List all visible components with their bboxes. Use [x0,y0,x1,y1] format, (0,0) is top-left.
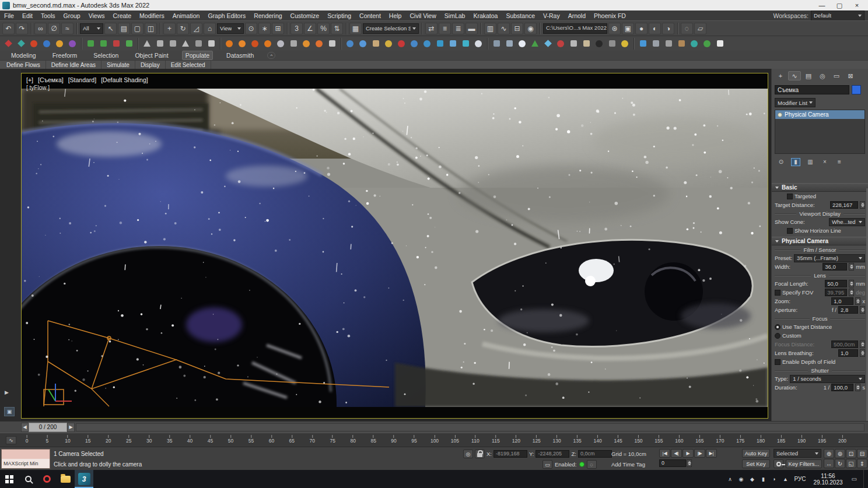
pin-stack-icon[interactable]: ⊙ [776,158,786,166]
spinner-snap-icon[interactable]: ⇅ [331,23,343,34]
reference-coordinate-dropdown[interactable]: View [217,23,244,34]
focus-distance-field[interactable]: 500,0cm [831,340,858,348]
tree-icon[interactable] [529,38,541,50]
timeline-tick[interactable]: 15 [85,435,90,444]
viewport-shading-menu[interactable]: [Default Shading] [101,76,148,83]
menu-item-krakatoa[interactable]: Krakatoa [469,10,502,20]
spinner[interactable] [687,459,692,467]
timeline-tick[interactable]: 155 [654,435,663,444]
adaptive-degradation-icon[interactable]: ▭ [542,460,552,469]
window-crossing-icon[interactable]: ◫ [145,23,157,34]
selection-filter-dropdown[interactable]: All [80,23,103,34]
timeline-tick[interactable]: 145 [614,435,622,444]
ribbon-tab-datasmith[interactable]: Datasmith [223,51,257,59]
curve-editor-icon[interactable]: ∿ [498,23,510,34]
use-pivot-center-icon[interactable]: ⊙ [245,23,257,34]
ribbon-button-display[interactable]: Display [135,61,166,69]
menu-item-modifiers[interactable]: Modifiers [135,10,169,20]
flame-icon[interactable] [262,38,274,50]
workspaces-dropdown[interactable]: Default [811,10,864,21]
timeline-tick[interactable]: 70 [310,435,315,444]
timeline-tick[interactable]: 140 [594,435,602,444]
pause-icon[interactable] [154,38,166,50]
language-indicator[interactable]: РУС [793,476,807,482]
use-target-distance-radio[interactable] [775,324,780,330]
align-icon[interactable]: ≡ [439,23,451,34]
list-icon[interactable] [568,38,579,50]
zoom-field[interactable]: 1,0 [831,297,853,305]
play-animation-icon[interactable]: ▶ [682,449,694,458]
menu-item-substance[interactable]: Substance [502,10,539,20]
ribbon-tab-object-paint[interactable]: Object Paint [132,51,171,59]
spinner[interactable] [860,349,865,357]
timeline-tick[interactable]: 170 [716,435,724,444]
edit-named-selection-sets-icon[interactable]: ▦ [349,23,362,34]
preset-dropdown[interactable]: 35mm (...Frame) [794,254,865,262]
timeline-tick[interactable]: 35 [167,435,172,444]
custom-focus-radio[interactable] [775,333,780,339]
orange-ball-icon[interactable] [300,38,312,50]
minimize-button[interactable]: — [813,0,831,10]
object-color-swatch[interactable] [852,85,861,94]
droplet-icon[interactable] [516,38,528,50]
timeline-tick[interactable]: 105 [451,435,459,444]
target-distance-field[interactable]: 228,167 [830,201,858,209]
zoom-region-icon[interactable]: ⊟ [857,449,867,458]
next-frame-icon[interactable]: |▶ [694,449,705,458]
select-and-manipulate-icon[interactable]: ∗ [258,23,271,34]
sun-icon[interactable] [54,38,65,50]
zoom-all-icon[interactable]: ⊛ [835,449,845,458]
modifier-stack[interactable]: Physical Camera [775,110,865,154]
yellow-ball-icon[interactable] [619,38,631,50]
undo-icon[interactable]: ↶ [2,23,15,34]
tyflow-icon[interactable] [2,38,14,50]
expand-panel-arrow-icon[interactable]: ▶ [5,389,9,395]
cup-icon[interactable] [370,38,382,50]
orbit-icon[interactable]: ↻ [835,459,845,468]
spinner[interactable] [849,280,854,287]
cow-icon[interactable] [676,38,687,50]
maxscript-listener-pane[interactable]: MAXScript Min [2,459,50,468]
open-mini-curve-editor-icon[interactable]: ∿ [6,436,16,444]
lens-breathing-field[interactable]: 1,0 [838,349,858,357]
select-and-place-icon[interactable]: ⌂ [204,23,216,34]
swirl-icon[interactable] [555,38,566,50]
time-slider-handle[interactable]: 0 / 200 [29,423,67,432]
green-grid-icon[interactable] [123,38,135,50]
create-tab-icon[interactable]: + [774,71,787,80]
override-icon[interactable]: ◌ [587,460,597,469]
add-time-tag[interactable]: Add Time Tag [611,461,645,468]
tray-app-icon[interactable]: ◉ [737,476,744,482]
keyboard-shortcut-override-icon[interactable]: ⊞ [272,23,284,34]
gauge-icon[interactable] [275,38,286,50]
percent-snap-icon[interactable]: % [317,23,330,34]
z-coordinate-field[interactable]: 0,0cm [578,450,612,458]
rollout-physical-camera-header[interactable]: Physical Camera [772,237,868,245]
menu-item-v-ray[interactable]: V-Ray [539,10,564,20]
notification-center-icon[interactable]: ▭ [849,476,859,482]
timeline-tick[interactable]: 75 [330,435,335,444]
import-arrow-icon[interactable] [97,38,109,50]
render-production-icon[interactable]: ● [635,23,648,34]
previous-frame-icon[interactable]: ◀| [671,449,682,458]
auto-key-button[interactable]: Auto Key [742,449,770,458]
targeted-checkbox[interactable] [787,194,793,199]
isolate-selection-icon[interactable]: ◎ [463,450,473,458]
timeline-tick[interactable]: 90 [391,435,396,444]
volume-icon[interactable]: ◗ [771,476,778,482]
modifier-stack-item[interactable]: Physical Camera [775,110,864,119]
record-icon[interactable] [180,38,191,50]
modifier-list-dropdown[interactable]: Modifier List [775,98,816,107]
rendered-frame-window-icon[interactable]: ▣ [622,23,634,34]
menu-item-content[interactable]: Content [355,10,385,20]
menu-item-customize[interactable]: Customize [286,10,324,20]
select-and-link-icon[interactable]: ∞ [34,23,47,34]
focal-length-field[interactable]: 50,0 [825,280,847,287]
width-field[interactable]: 36,0 [822,263,847,271]
menu-item-arnold[interactable]: Arnold [564,10,590,20]
timeline-tick[interactable]: 180 [757,435,765,444]
maxscript-mini-listener[interactable]: MAXScript Min [1,449,50,469]
timeline-tick[interactable]: 10 [65,435,70,444]
mirror-icon[interactable]: ⇄ [425,23,438,34]
menu-item-graph-editors[interactable]: Graph Editors [204,10,250,20]
